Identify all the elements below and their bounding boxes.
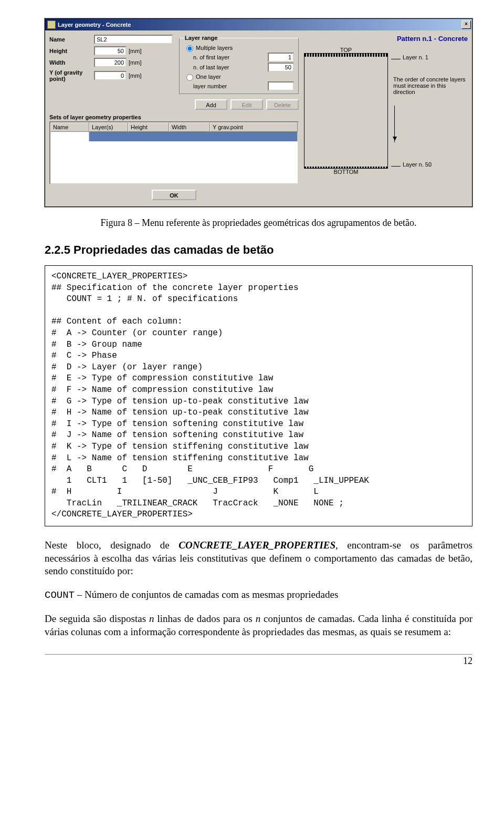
col-layers[interactable]: Layer(s)	[89, 122, 128, 132]
layer-range-legend: Layer range	[184, 35, 218, 41]
name-label: Name	[49, 36, 94, 43]
diagram-top-label: TOP	[304, 47, 388, 53]
ygrav-unit: [mm]	[129, 72, 141, 79]
one-layer-label: One layer	[196, 74, 294, 80]
footer-rule	[45, 654, 472, 655]
delete-button[interactable]: Delete	[266, 99, 299, 110]
ygrav-field[interactable]	[94, 71, 127, 80]
name-field[interactable]	[94, 35, 173, 44]
paragraph-3: De seguida são dispostas n linhas de dad…	[45, 613, 472, 638]
edit-button[interactable]: Edit	[230, 99, 263, 110]
multiple-layers-radio[interactable]	[186, 45, 193, 52]
last-layer-field[interactable]	[268, 63, 294, 72]
one-layer-radio[interactable]	[186, 74, 193, 81]
arrow-down-icon	[394, 106, 468, 142]
ok-button[interactable]: OK	[152, 190, 196, 200]
layer-number-label: layer number	[193, 83, 268, 89]
first-layer-field[interactable]	[268, 53, 294, 62]
last-layer-label: n. of last layer	[193, 64, 268, 70]
diagram-bottom-label: BOTTOM	[304, 169, 388, 175]
width-label: Width	[49, 59, 94, 66]
col-ygrav[interactable]: Y grav.point	[210, 122, 298, 132]
titlebar: Layer geometry - Concrete ×	[45, 19, 472, 30]
sets-table[interactable]: Name Layer(s) Height Width Y grav.point	[49, 121, 299, 184]
paragraph-1: Neste bloco, designado de CONCRETE_LAYER…	[45, 539, 472, 578]
height-label: Height	[49, 48, 94, 54]
ygrav-label: Y (of gravity point)	[49, 69, 94, 82]
diagram-layer1: Layer n. 1	[403, 54, 428, 60]
pattern-title: Pattern n.1 - Concrete	[304, 35, 468, 43]
diagram-layer50: Layer n. 50	[403, 161, 432, 168]
width-field[interactable]	[94, 58, 127, 67]
code-specification-block: <CONCRETE_LAYER_PROPERTIES> ## Specifica…	[45, 265, 472, 526]
first-layer-label: n. of first layer	[193, 54, 268, 60]
multiple-layers-label: Multiple layers	[196, 45, 294, 51]
col-height[interactable]: Height	[128, 122, 169, 132]
layers-diagram: TOP BOTTOM Layer n. 1 Th	[304, 47, 468, 175]
layer-geometry-dialog: Layer geometry - Concrete × Name Height …	[45, 18, 472, 207]
close-icon[interactable]: ×	[461, 20, 471, 29]
col-width[interactable]: Width	[169, 122, 210, 132]
height-unit: [mm]	[129, 48, 141, 54]
section-heading: 2.2.5 Propriedades das camadas de betão	[45, 243, 472, 257]
layer-number-field[interactable]	[268, 81, 294, 91]
table-row[interactable]	[50, 132, 298, 141]
height-field[interactable]	[94, 46, 127, 56]
layer-range-group: Layer range Multiple layers n. of first …	[179, 35, 299, 94]
sets-label: Sets of layer geometry properties	[49, 114, 299, 120]
add-button[interactable]: Add	[195, 99, 227, 110]
paragraph-2: COUNT – Número de conjuntos de camadas c…	[45, 588, 472, 602]
app-icon	[47, 20, 56, 29]
width-unit: [mm]	[129, 59, 141, 66]
page-number: 12	[45, 656, 472, 667]
window-title: Layer geometry - Concrete	[58, 22, 461, 28]
col-name[interactable]: Name	[50, 122, 89, 132]
figure-caption: Figura 8 – Menu referente às propriedade…	[45, 217, 472, 229]
diagram-order-text: The order of concrete layers must increa…	[393, 76, 468, 95]
